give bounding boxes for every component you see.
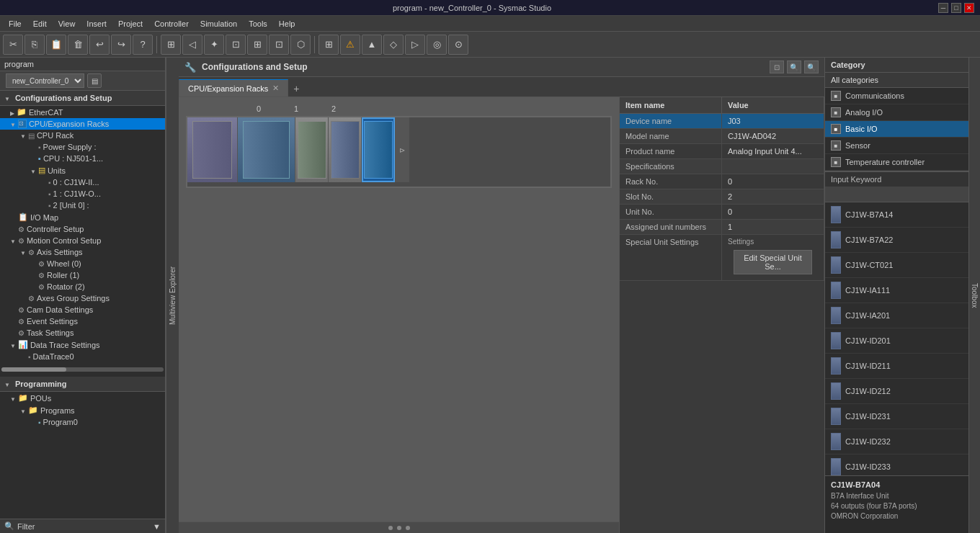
tb-btn-15[interactable]: ⊞ [318,35,339,55]
slot-0-module[interactable] [295,117,329,182]
prop-special-settings[interactable]: Special Unit Settings Settings Edit Spec… [620,235,824,281]
tb-btn-10[interactable]: ✦ [204,35,224,55]
tb-btn-8[interactable]: ⊞ [161,35,181,55]
menu-help[interactable]: Help [273,18,301,30]
prop-device-name-value[interactable]: J03 [722,114,824,128]
programs-item[interactable]: 📁 Programs [0,404,165,416]
copy-button[interactable]: ⎘ [24,35,45,55]
mod-CJ1W-ID233[interactable]: CJ1W-ID233 [825,454,968,475]
menu-view[interactable]: View [53,18,81,30]
cam-data-item[interactable]: ⚙ Cam Data Settings [0,304,165,315]
prop-device-name[interactable]: Device name J03 [620,114,824,129]
edit-special-unit-button[interactable]: Edit Special Unit Se... [734,250,812,274]
mod-CJ1W-ID232[interactable]: CJ1W-ID232 [825,429,968,454]
pous-item[interactable]: 📁 POUs [0,392,165,404]
ethercat-item[interactable]: 📁 EtherCAT [0,106,165,118]
cpu-module[interactable] [238,117,295,182]
task-settings-item[interactable]: ⚙ Task Settings [0,327,165,339]
tab-close-btn[interactable]: ✕ [272,84,279,93]
data-trace-item[interactable]: 📊 Data Trace Settings [0,339,165,351]
power-supply-item[interactable]: ▪ Power Supply : [0,141,165,153]
tb-btn-19[interactable]: ▷ [405,35,425,55]
unit-0-item[interactable]: ▪ 0 : CJ1W-II... [0,176,165,188]
tab-cpu-expansion[interactable]: CPU/Expansion Racks ✕ [179,79,288,97]
event-settings-item[interactable]: ⚙ Event Settings [0,315,165,327]
h-scrollbar[interactable] [1,367,164,372]
tab-add-button[interactable]: + [288,81,304,97]
diagram-area[interactable]: 0 1 2 [179,97,619,533]
tb-btn-9[interactable]: ◁ [182,35,202,55]
mod-CJ1W-ID211[interactable]: CJ1W-ID211 [825,354,968,379]
unit-1-item[interactable]: ▪ 1 : CJ1W-O... [0,188,165,200]
io-map-item[interactable]: 📋 I/O Map [0,211,165,223]
prop-product-name[interactable]: Product name Analog Input Unit 4... [620,144,824,159]
cat-analog-io[interactable]: ■ Analog I/O [825,104,968,121]
cat-communications[interactable]: ■ Communications [825,88,968,104]
mod-CJ1W-B7A14[interactable]: CJ1W-B7A14 [825,202,968,228]
zoom-in-button[interactable]: 🔍 [787,61,801,73]
mod-CJ1W-ID201[interactable]: CJ1W-ID201 [825,328,968,354]
prop-unit-no-value[interactable]: 0 [722,205,824,219]
cat-sensor[interactable]: ■ Sensor [825,138,968,154]
cat-basic-io[interactable]: ■ Basic I/O [825,121,968,138]
minimize-button[interactable]: ─ [938,3,948,13]
mod-CJ1W-CT021[interactable]: CJ1W-CT021 [825,253,968,278]
menu-edit[interactable]: Edit [27,18,53,30]
mod-CJ1W-IA111[interactable]: CJ1W-IA111 [825,278,968,303]
tb-btn-12[interactable]: ⊞ [247,35,267,55]
delete-button[interactable]: 🗑 [68,35,88,55]
menu-simulation[interactable]: Simulation [195,18,243,30]
slot-1-module[interactable] [329,117,362,182]
cpu-item[interactable]: ▪ CPU : NJ501-1... [0,153,165,164]
scroll-area[interactable] [0,362,165,377]
controller-setup-item[interactable]: ⚙ Controller Setup [0,223,165,235]
help-button[interactable]: ? [133,35,153,55]
motion-control-item[interactable]: ⚙ Motion Control Setup [0,235,165,246]
menu-file[interactable]: File [3,18,27,30]
power-supply-module[interactable] [187,117,238,182]
program0-item[interactable]: ▪ Program0 [0,416,165,428]
unit-2-item[interactable]: ▪ 2 [Unit 0] : [0,200,165,211]
prop-specs[interactable]: Specifications [620,159,824,174]
slot-2-module[interactable] [362,117,395,182]
tb-warning[interactable]: ⚠ [340,35,360,55]
close-button[interactable]: ✕ [964,3,974,13]
h-scrollbar-thumb[interactable] [1,367,66,372]
restore-button[interactable]: ⊡ [770,61,784,73]
undo-button[interactable]: ↩ [89,35,110,55]
wheel-item[interactable]: ⚙ Wheel (0) [0,258,165,269]
axis-settings-item[interactable]: ⚙ Axis Settings [0,246,165,258]
mod-CJ1W-IA201[interactable]: CJ1W-IA201 [825,303,968,328]
units-item[interactable]: ▤ Units [0,164,165,176]
filter-dropdown[interactable]: ▼ [153,522,161,531]
all-categories-item[interactable]: All categories [825,73,968,88]
rotator-item[interactable]: ⚙ Rotator (2) [0,281,165,292]
controller-select[interactable]: new_Controller_0 [6,73,84,88]
cat-temp-controller[interactable]: ■ Temperature controller [825,154,968,171]
programming-section[interactable]: Programming [0,377,165,392]
datatrace0-item[interactable]: ▪ DataTrace0 [0,351,165,362]
cut-button[interactable]: ✂ [3,35,23,55]
tb-btn-18[interactable]: ◇ [383,35,404,55]
prop-assigned-units[interactable]: Assigned unit numbers 1 [620,220,824,235]
tb-btn-17[interactable]: ▲ [362,35,382,55]
cpu-expansion-item[interactable]: ⊡ CPU/Expansion Racks [0,118,165,130]
prop-slot-no[interactable]: Slot No. 2 [620,189,824,205]
mod-CJ1W-ID231[interactable]: CJ1W-ID231 [825,404,968,429]
maximize-button[interactable]: □ [951,3,961,13]
menu-controller[interactable]: Controller [148,18,195,30]
controller-view-btn[interactable]: ▤ [87,73,102,88]
mod-CJ1W-ID212[interactable]: CJ1W-ID212 [825,379,968,404]
roller-item[interactable]: ⚙ Roller (1) [0,269,165,281]
redo-button[interactable]: ↪ [111,35,131,55]
zoom-out-button[interactable]: 🔍 [804,61,819,73]
configurations-section[interactable]: Configurations and Setup [0,91,165,106]
tb-btn-21[interactable]: ⊙ [448,35,468,55]
menu-project[interactable]: Project [112,18,148,30]
menu-tools[interactable]: Tools [243,18,273,30]
tb-btn-14[interactable]: ⬡ [290,35,311,55]
tb-btn-20[interactable]: ◎ [427,35,447,55]
tb-btn-11[interactable]: ⊡ [226,35,246,55]
menu-insert[interactable]: Insert [81,18,112,30]
tb-btn-13[interactable]: ⊡ [269,35,289,55]
